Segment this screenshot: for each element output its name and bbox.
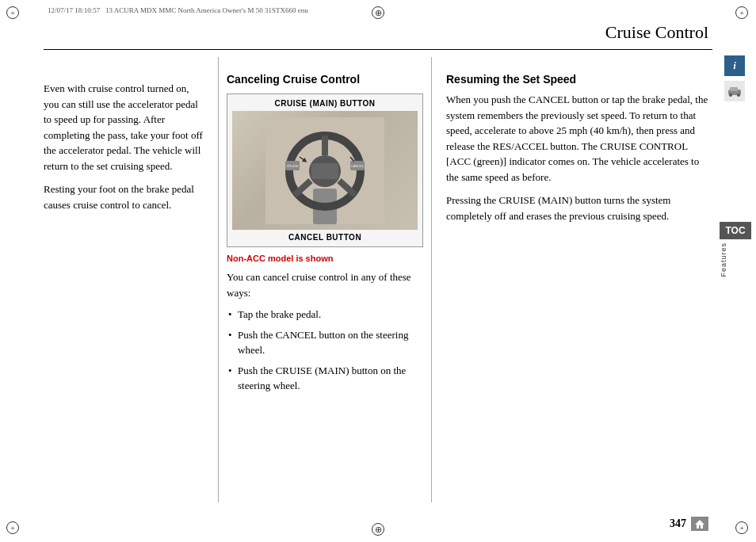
page-meta: 12/07/17 18:10:57 13 ACURA MDX MMC North… (48, 6, 308, 14)
cancel-section-title: Canceling Cruise Control (227, 73, 423, 86)
svg-point-2 (729, 94, 732, 97)
left-para-2: Resting your foot on the brake pedal cau… (44, 181, 204, 212)
right-sidebar: i (723, 55, 746, 101)
corner-mark-tl (6, 6, 21, 21)
cancel-bullets: Tap the brake pedal. Push the CANCEL but… (227, 307, 423, 394)
features-label: Features (720, 242, 727, 277)
bullet-2: Push the CANCEL button on the steering w… (227, 327, 423, 358)
car-icon (724, 81, 745, 101)
bullet-3: Push the CRUISE (MAIN) button on the ste… (227, 363, 423, 394)
svg-point-3 (737, 94, 740, 97)
page-number-text: 347 (670, 517, 686, 530)
corner-mark-bl (6, 521, 21, 536)
non-acc-label: Non-ACC model is shown (227, 254, 423, 263)
crosshair-top (372, 6, 384, 19)
diagram-label-top: CRUISE (MAIN) BUTTON (232, 99, 418, 108)
corner-mark-tr (735, 6, 750, 21)
corner-mark-br (735, 521, 750, 536)
info-icon[interactable]: i (724, 55, 745, 76)
svg-marker-18 (695, 520, 704, 529)
page-number-area: 347 (670, 517, 708, 531)
bullet-1: Tap the brake pedal. (227, 307, 423, 323)
svg-rect-11 (311, 163, 338, 179)
steering-wheel-diagram: CRUISE CANCEL (232, 111, 418, 230)
left-column: Even with cruise control turned on, you … (44, 57, 218, 502)
toc-label: TOC (720, 222, 751, 239)
toc-sidebar[interactable]: TOC Features (720, 222, 751, 277)
mid-column: Canceling Cruise Control CRUISE (MAIN) B… (218, 57, 432, 502)
title-rule (44, 49, 712, 50)
svg-text:CRUISE: CRUISE (286, 164, 298, 168)
right-column: Resuming the Set Speed When you push the… (432, 57, 712, 502)
resume-para-1: When you push the CANCEL button or tap t… (446, 92, 712, 185)
page-title: Cruise Control (605, 22, 708, 43)
crosshair-bottom (372, 523, 384, 536)
cancel-intro: You can cancel cruise control in any of … (227, 269, 423, 300)
home-icon[interactable] (691, 517, 708, 531)
svg-rect-1 (730, 87, 738, 91)
cruise-diagram: CRUISE (MAIN) BUTTON (227, 94, 423, 247)
main-content: Even with cruise control turned on, you … (44, 57, 712, 502)
left-para-1: Even with cruise control turned on, you … (44, 81, 204, 174)
resume-para-2: Pressing the CRUISE (MAIN) button turns … (446, 193, 712, 223)
resume-section-title: Resuming the Set Speed (446, 73, 712, 86)
diagram-label-bottom: CANCEL BUTTON (232, 233, 418, 242)
svg-text:CANCEL: CANCEL (351, 164, 365, 168)
steering-wheel-svg: CRUISE CANCEL (265, 117, 384, 224)
